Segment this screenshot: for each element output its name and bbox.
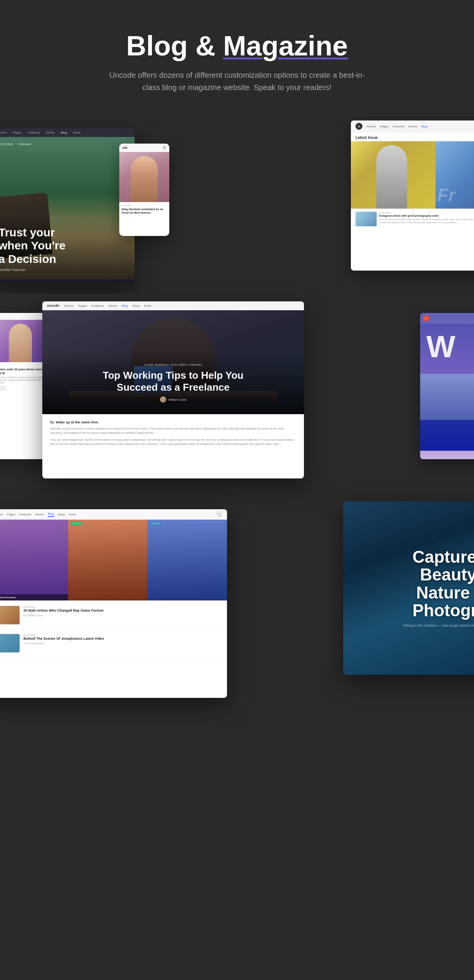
article-nav-item[interactable]: Shop (132, 304, 140, 308)
card-magazine: A Demos Pages Features Works Blog Latest… (351, 120, 474, 271)
mobile-person (131, 156, 158, 202)
music-date-2: 05.03.2020 (23, 634, 104, 636)
nav-item[interactable]: Blog (61, 131, 67, 134)
music-card-1: ARTS Nominated At Grammy (0, 520, 68, 600)
music-grid: ARTS Nominated At Grammy LIFESTYLE BUSIN… (0, 520, 227, 600)
music-thumb-1 (0, 606, 20, 624)
music-nav: Demos Pages Features Works Blog Shop Ext… (0, 509, 227, 520)
article-nav-item[interactable]: Blog (122, 304, 128, 308)
hero-text-overlay: Trust your when You're a Decision Jennif… (0, 218, 135, 280)
graffiti-text: Fr (437, 184, 456, 206)
card-nature: Capture th Beauty of Nature thr Photogra… (343, 502, 474, 675)
preview-row-2: ● Blog BLOG 05.3.2020 Music stars under … (0, 301, 474, 486)
nav-item[interactable]: Extra (73, 131, 80, 134)
music-title-1: 20 Male Artists Who Changed Rap Game For… (23, 609, 104, 613)
latest-issue-label: Latest Issue (351, 132, 474, 141)
author-name: William Clark (169, 398, 187, 401)
music-caption-1: Nominated At Grammy (0, 594, 68, 600)
music-nav-item[interactable]: Works (35, 513, 44, 516)
music-date-1: 22.05.2020 (23, 606, 104, 608)
mag-nav-item[interactable]: Pages (380, 125, 389, 128)
article-nav-item[interactable]: Works (108, 304, 117, 308)
article-body: 01. Wake up at the same time. Naturally,… (42, 414, 304, 452)
card-nav: Demos Pages Features Works Blog Extra (0, 128, 135, 137)
article-tags: In Arts, Business • 14.01.2020 • 4 Minut… (54, 363, 292, 366)
music-article-1: 22.05.2020 20 Male Artists Who Changed R… (0, 606, 221, 629)
article-body-text-2: They are wired headphones, but the 3.5mm… (50, 438, 296, 446)
article-nav-item[interactable]: Features (92, 304, 104, 308)
mag-graffiti-side: Fr (436, 141, 474, 209)
mag-nav-item[interactable]: Features (392, 125, 405, 128)
author-avatar (160, 396, 166, 403)
music-nav-item[interactable]: Pages (7, 513, 15, 516)
mobile-logo: UN (122, 146, 127, 150)
title-part2: Magazine (223, 30, 348, 61)
music-title-2: Behind The Scenes Of Josephulous Latest … (23, 637, 104, 641)
mag-nav-item[interactable]: Works (409, 125, 417, 128)
preview-row-3: Demos Pages Features Works Blog Shop Ext… (0, 498, 474, 706)
mobile-title: Shay Garnham nominated for an Oscar for … (122, 207, 167, 214)
article-nav-item[interactable]: Pages (78, 304, 87, 308)
article-nav-item[interactable]: Demos (64, 304, 73, 308)
music-person-3 (147, 520, 227, 600)
magazine-articles: 18.05.2020 Instagram artists with great … (351, 209, 474, 232)
music-article-2: 05.03.2020 Behind The Scenes Of Josephul… (0, 634, 221, 657)
music-meta-2: 05.03.2020 Behind The Scenes Of Josephul… (23, 634, 104, 652)
music-nav-item[interactable]: Features (19, 513, 32, 516)
music-nav-item[interactable]: Blog (48, 512, 54, 517)
card-right-purple: L W (420, 313, 474, 459)
music-author-2: by The Boundary (23, 642, 104, 645)
music-meta-1: 22.05.2020 20 Male Artists Who Changed R… (23, 606, 104, 624)
music-nav-item[interactable]: Demos (0, 513, 3, 516)
date-badge: 25.03.2020 6 Minutes (0, 142, 31, 146)
music-author-1: by William Clark (23, 614, 104, 617)
article-main-title: Top Working Tips to Help You Succeed as … (54, 370, 292, 393)
card-mobile: UN ☰ 25.03.2020 Shay Garnham nominated f… (119, 144, 169, 236)
article-body-text-1: Naturally, my first impression of these … (50, 426, 296, 435)
mobile-hero-image (119, 152, 169, 202)
city-buildings (420, 405, 474, 451)
article-title-1: Instagram artists with great photography… (379, 214, 474, 217)
purple-content: W (420, 324, 474, 370)
music-card-2: LIFESTYLE (68, 520, 148, 600)
music-person-1 (0, 520, 68, 600)
mobile-date: 25.03.2020 (122, 204, 167, 207)
nature-content: Capture th Beauty of Nature thr Photogra… (403, 548, 474, 628)
article-section-title: 01. Wake up at the same time. (50, 420, 296, 424)
mag-nav-item[interactable]: Demos (366, 125, 376, 128)
hero-headline: Trust your when You're a Decision (0, 226, 129, 266)
article-item-1: 18.05.2020 Instagram artists with great … (356, 212, 474, 226)
mag-logo: A (356, 123, 362, 130)
purple-logo: L (423, 315, 429, 321)
music-nav-item[interactable]: Shop (58, 513, 65, 516)
mag-person-figure (376, 145, 407, 209)
nav-item[interactable]: Works (46, 131, 55, 134)
nature-desc: Taking in the outdoors — how to get star… (403, 623, 474, 629)
purple-big-letter: W (426, 331, 474, 362)
card-music-blog: Demos Pages Features Works Blog Shop Ext… (0, 509, 227, 698)
article-nav-item[interactable]: Extra (144, 304, 152, 308)
mobile-menu-icon[interactable]: ☰ (163, 145, 166, 150)
search-icon[interactable]: 🔍 (216, 511, 222, 517)
card-dark-hero: Demos Pages Features Works Blog Extra 25… (0, 128, 135, 282)
mag-nav-item[interactable]: Blog (421, 125, 427, 128)
hero-image: 25.03.2020 6 Minutes Trust your when You… (0, 137, 135, 279)
music-articles: 22.05.2020 20 Male Artists Who Changed R… (0, 600, 227, 667)
article-logo: uncode (47, 304, 59, 308)
preview-row-1: Demos Pages Features Works Blog Extra 25… (0, 117, 474, 294)
nature-title: Capture th Beauty of Nature thr Photogra… (403, 548, 474, 619)
music-tag-business: BUSINESS (150, 522, 162, 525)
article-hero-text: In Arts, Business • 14.01.2020 • 4 Minut… (42, 351, 304, 414)
bottom-spacer (0, 706, 474, 729)
purple-nav: L (420, 313, 474, 324)
music-nav-item[interactable]: Extra (69, 513, 76, 516)
mobile-nav: UN ☰ (119, 144, 169, 152)
nav-item[interactable]: Pages (13, 131, 22, 134)
magazine-nav: A Demos Pages Features Works Blog (351, 120, 474, 132)
article-nav: uncode Demos Pages Features Works Blog S… (42, 301, 304, 310)
article-hero: In Arts, Business • 14.01.2020 • 4 Minut… (42, 310, 304, 414)
purple-city-image (420, 374, 474, 451)
nav-item[interactable]: Features (28, 131, 40, 134)
mag-person-side (351, 141, 436, 209)
nav-item[interactable]: Demos (0, 131, 7, 134)
